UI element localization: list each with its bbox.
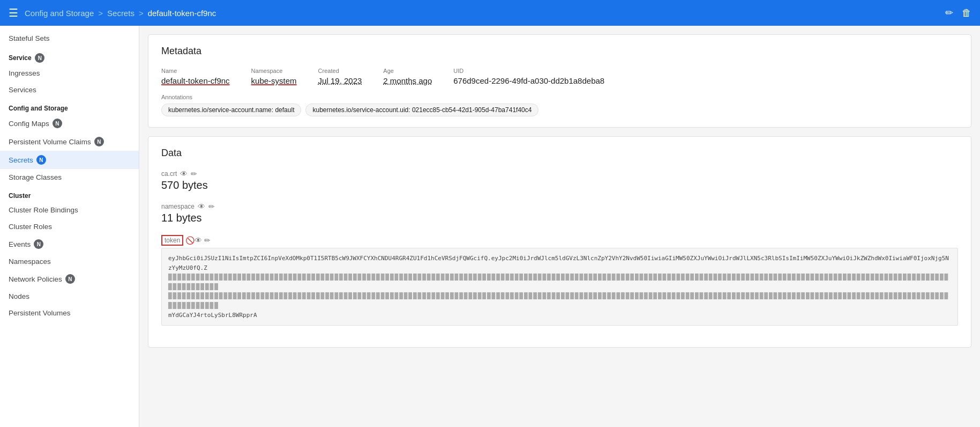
ca-crt-header: ca.crt 👁 ✏: [161, 170, 958, 178]
meta-field-age: Age 2 months ago: [383, 68, 432, 85]
sidebar-label-cluster-roles: Cluster Roles: [9, 223, 52, 231]
sidebar-label-pvc: Persistent Volume Claims: [9, 138, 91, 146]
service-badge: N: [35, 53, 44, 63]
sidebar-label-stateful-sets: Stateful Sets: [9, 34, 50, 42]
token-line-4: mYdGCaYJ4rtoLySbrL8WRpprA: [168, 311, 951, 320]
sidebar-label-network-policies: Network Policies: [9, 275, 62, 283]
sidebar-item-nodes[interactable]: Nodes: [0, 288, 139, 305]
edit-button[interactable]: ✏: [945, 7, 953, 19]
sidebar-item-ingresses[interactable]: Ingresses: [0, 65, 139, 82]
metadata-title: Metadata: [161, 46, 958, 57]
breadcrumb-config-storage[interactable]: Config and Storage: [25, 9, 94, 18]
sidebar-item-network-policies[interactable]: Network Policies N: [0, 270, 139, 288]
meta-value-age: 2 months ago: [383, 76, 432, 85]
metadata-card: Metadata Name default-token-cf9nc Namesp…: [148, 34, 971, 128]
sidebar-item-cluster-roles[interactable]: Cluster Roles: [0, 218, 139, 235]
meta-value-created: Jul 19, 2023: [318, 76, 362, 85]
token-eye-icon[interactable]: 🚫👁: [185, 236, 202, 245]
sidebar-item-namespaces[interactable]: Namespaces: [0, 253, 139, 270]
sidebar-item-stateful-sets[interactable]: Stateful Sets: [0, 30, 139, 47]
annotation-chip-0: kubernetes.io/service-account.name: defa…: [161, 104, 301, 116]
meta-field-name: Name default-token-cf9nc: [161, 68, 230, 85]
sidebar-label-persistent-volumes: Persistent Volumes: [9, 309, 71, 317]
data-field-namespace: namespace 👁 ✏ 11 bytes: [161, 202, 958, 224]
token-line-1: eyJhbGci0iJSUzI1NiIsImtpZCI6InpVeXdOMkp0…: [168, 254, 951, 273]
annotation-chip-1: kubernetes.io/service-account.uid: 021ec…: [305, 104, 538, 116]
annotations-label: Annotations: [161, 94, 958, 100]
header: ☰ Config and Storage > Secrets > default…: [0, 0, 980, 26]
meta-value-uid: 676d9ced-2296-49fd-a030-dd2b1a8deba8: [453, 76, 604, 85]
sidebar-label-namespaces: Namespaces: [9, 257, 51, 266]
token-header: token 🚫👁 ✏: [161, 235, 958, 246]
data-field-ca-crt: ca.crt 👁 ✏ 570 bytes: [161, 170, 958, 192]
sidebar-item-persistent-volumes[interactable]: Persistent Volumes: [0, 305, 139, 321]
meta-label-created: Created: [318, 68, 362, 74]
meta-field-namespace: Namespace kube-system: [251, 68, 297, 85]
sidebar-label-cluster-role-bindings: Cluster Role Bindings: [9, 206, 78, 214]
config-maps-badge: N: [53, 119, 62, 128]
main-layout: Stateful Sets Service N Ingresses Servic…: [0, 26, 980, 427]
sidebar-label-storage-classes: Storage Classes: [9, 173, 62, 181]
namespace-label: namespace: [161, 203, 194, 210]
ca-crt-edit-icon[interactable]: ✏: [191, 170, 197, 178]
pvc-badge: N: [94, 137, 104, 146]
data-field-token: token 🚫👁 ✏ eyJhbGci0iJSUzI1NiIsImtpZCI6I…: [161, 235, 958, 326]
token-line-3: ████████████████████████████████████████…: [168, 291, 951, 310]
sidebar-label-events: Events: [9, 240, 31, 248]
network-policies-badge: N: [65, 274, 75, 284]
annotations-chips: kubernetes.io/service-account.name: defa…: [161, 104, 958, 116]
breadcrumb-separator-1: >: [98, 9, 103, 18]
annotations-row: Annotations kubernetes.io/service-accoun…: [161, 94, 958, 116]
sidebar-section-cluster: Cluster: [0, 186, 139, 202]
ca-crt-eye-icon[interactable]: 👁: [180, 170, 188, 178]
breadcrumb: Config and Storage > Secrets > default-t…: [25, 9, 216, 18]
sidebar-item-storage-classes[interactable]: Storage Classes: [0, 169, 139, 186]
meta-field-created: Created Jul 19, 2023: [318, 68, 362, 85]
namespace-edit-icon[interactable]: ✏: [208, 202, 215, 211]
secrets-badge: N: [36, 155, 46, 165]
meta-label-name: Name: [161, 68, 230, 74]
meta-label-uid: UID: [453, 68, 604, 74]
sidebar-item-pvc[interactable]: Persistent Volume Claims N: [0, 132, 139, 151]
meta-label-age: Age: [383, 68, 432, 74]
main-content: Metadata Name default-token-cf9nc Namesp…: [139, 26, 980, 427]
data-title: Data: [161, 148, 958, 159]
breadcrumb-secrets[interactable]: Secrets: [107, 9, 134, 18]
events-badge: N: [34, 239, 43, 249]
sidebar-label-secrets: Secrets: [9, 156, 33, 164]
metadata-grid: Name default-token-cf9nc Namespace kube-…: [161, 68, 958, 85]
sidebar-label-config-maps: Config Maps: [9, 120, 49, 128]
namespace-header: namespace 👁 ✏: [161, 202, 958, 211]
meta-value-name: default-token-cf9nc: [161, 76, 230, 85]
menu-icon[interactable]: ☰: [9, 6, 18, 19]
namespace-eye-icon[interactable]: 👁: [198, 202, 205, 211]
token-edit-icon[interactable]: ✏: [204, 236, 211, 245]
sidebar-item-secrets[interactable]: Secrets N: [0, 151, 139, 169]
sidebar-label-services: Services: [9, 86, 36, 94]
sidebar-label-ingresses: Ingresses: [9, 69, 40, 77]
sidebar-section-config-storage: Config and Storage: [0, 98, 139, 114]
sidebar-section-service: Service N: [0, 47, 139, 65]
sidebar-label-nodes: Nodes: [9, 292, 29, 300]
delete-button[interactable]: 🗑: [962, 7, 971, 19]
breadcrumb-current: default-token-cf9nc: [148, 9, 216, 18]
meta-label-namespace: Namespace: [251, 68, 297, 74]
token-label: token: [161, 235, 183, 246]
meta-field-uid: UID 676d9ced-2296-49fd-a030-dd2b1a8deba8: [453, 68, 604, 85]
sidebar-item-events[interactable]: Events N: [0, 235, 139, 253]
ca-crt-size: 570 bytes: [161, 179, 958, 192]
sidebar: Stateful Sets Service N Ingresses Servic…: [0, 26, 139, 427]
ca-crt-label: ca.crt: [161, 170, 177, 178]
breadcrumb-separator-2: >: [139, 9, 144, 18]
data-card: Data ca.crt 👁 ✏ 570 bytes namespace 👁 ✏ …: [148, 136, 971, 348]
namespace-size: 11 bytes: [161, 212, 958, 224]
token-value-box: eyJhbGci0iJSUzI1NiIsImtpZCI6InpVeXdOMkp0…: [161, 248, 958, 326]
sidebar-item-services[interactable]: Services: [0, 82, 139, 98]
meta-value-namespace: kube-system: [251, 76, 297, 85]
token-line-2: ████████████████████████████████████████…: [168, 273, 951, 291]
header-actions: ✏ 🗑: [945, 7, 971, 19]
sidebar-item-cluster-role-bindings[interactable]: Cluster Role Bindings: [0, 202, 139, 218]
sidebar-item-config-maps[interactable]: Config Maps N: [0, 114, 139, 132]
